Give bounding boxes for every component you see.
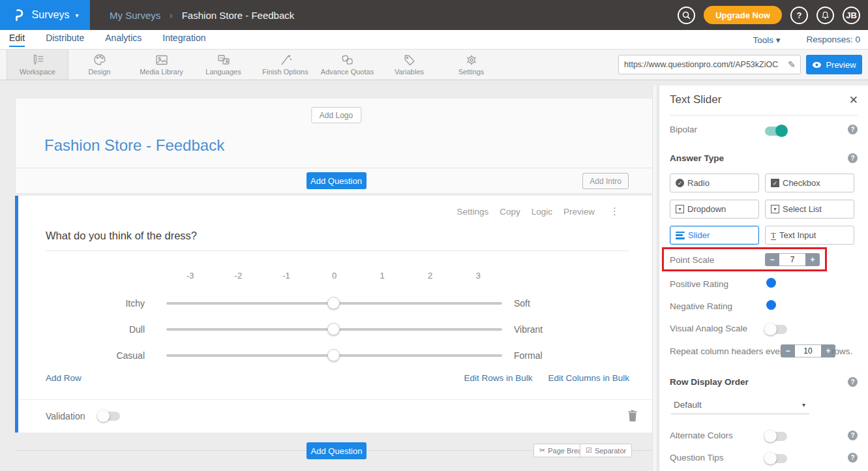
add-row-link[interactable]: Add Row (46, 373, 82, 383)
checkbox-icon: ✓ (771, 179, 779, 187)
toolbar-item-finish-options[interactable]: Finish Options (254, 50, 316, 80)
repeat-headers-label: Repeat column headers every (670, 346, 787, 356)
answer-type-select-list[interactable]: ▾ Select List (765, 200, 854, 219)
plus-button[interactable]: + (805, 253, 820, 266)
tools-dropdown[interactable]: Tools ▾ (753, 35, 780, 45)
answer-type-checkbox[interactable]: ✓ Checkbox (765, 174, 854, 192)
visual-analog-scale-label: Visual Analog Scale (670, 324, 747, 333)
negative-rating-label: Negative Rating (670, 301, 732, 311)
toolbar-item-media-library[interactable]: Media Library (130, 50, 192, 80)
breadcrumb-separator-icon: › (170, 10, 172, 20)
dropdown-icon: ▾ (676, 205, 684, 213)
row-display-order-dropdown[interactable]: Default ▾ (671, 400, 809, 414)
question-tips-help-icon[interactable]: ? (848, 453, 858, 463)
menu-bar: Edit Distribute Analytics Integration To… (0, 30, 868, 50)
survey-toolbar: Workspace Design Media Library Languages… (0, 50, 868, 80)
magic-wand-icon (278, 53, 293, 67)
survey-title[interactable]: Fashion Store - Feedback (44, 136, 224, 155)
delete-question-trash-icon[interactable] (627, 410, 638, 425)
validation-toggle[interactable] (98, 412, 120, 421)
slider-handle[interactable] (327, 349, 340, 361)
edit-url-pencil-icon[interactable]: ✎ (783, 59, 800, 70)
vertical-scrollbar[interactable] (652, 85, 657, 471)
toolbar-item-workspace[interactable]: Workspace (7, 50, 68, 80)
add-question-button-top[interactable]: Add Question (307, 172, 367, 189)
bipolar-toggle[interactable] (765, 127, 787, 136)
point-scale-stepper: − 7 + (765, 253, 820, 266)
breadcrumb-current: Fashion Store - Feedback (182, 10, 295, 21)
toolbar-item-variables[interactable]: Variables (378, 50, 440, 80)
question-settings-link[interactable]: Settings (456, 207, 488, 217)
minus-button[interactable]: − (781, 344, 795, 357)
upgrade-now-button[interactable]: Upgrade Now (704, 6, 782, 24)
add-question-button-bottom[interactable]: Add Question (307, 442, 367, 459)
checkbox-icon: ☑ (586, 446, 592, 455)
point-scale-value[interactable]: 7 (779, 253, 805, 266)
search-icon[interactable] (678, 7, 695, 24)
preview-button[interactable]: Preview (806, 55, 862, 74)
tab-integration[interactable]: Integration (162, 33, 205, 47)
survey-url-input[interactable] (619, 60, 783, 69)
responses-count[interactable]: Responses: 0 (806, 35, 860, 44)
question-logic-link[interactable]: Logic (531, 207, 552, 217)
question-kebab-menu-icon[interactable]: ⋮ (610, 205, 620, 217)
alternate-colors-toggle[interactable] (765, 432, 787, 441)
help-icon[interactable]: ? (790, 7, 808, 24)
edit-columns-in-bulk-link[interactable]: Edit Columns in Bulk (548, 373, 629, 383)
breadcrumb: My Surveys › Fashion Store - Feedback (110, 10, 294, 21)
repeat-headers-value[interactable]: 10 (795, 344, 821, 357)
toolbar-item-design[interactable]: Design (68, 50, 130, 80)
close-icon[interactable]: ✕ (849, 93, 858, 107)
slider-row-casual-formal: Casual Formal (18, 342, 657, 369)
breadcrumb-my-surveys[interactable]: My Surveys (110, 10, 160, 21)
question-preview-link[interactable]: Preview (563, 207, 595, 217)
positive-rating-indicator[interactable] (766, 278, 776, 288)
toolbar-item-settings[interactable]: Settings (440, 50, 502, 80)
radio-icon: ✓ (676, 179, 684, 187)
panel-title: Text Slider (670, 93, 721, 106)
validation-label: Validation (46, 400, 85, 433)
edit-rows-in-bulk-link[interactable]: Edit Rows in Bulk (464, 373, 532, 383)
negative-rating-indicator[interactable] (766, 300, 776, 310)
minus-button[interactable]: − (765, 253, 779, 266)
slider-handle[interactable] (327, 297, 340, 309)
survey-url-field: ✎ (618, 55, 801, 74)
slider-icon (676, 232, 685, 239)
alternate-colors-label: Alternate Colors (670, 431, 733, 440)
add-logo-button[interactable]: Add Logo (311, 107, 361, 123)
notifications-bell-icon[interactable] (816, 7, 834, 24)
point-scale-label: Point Scale (670, 255, 714, 265)
answer-type-text-input[interactable]: T Text Input (765, 226, 854, 245)
question-block: Settings Copy Logic Preview ⋮ What do yo… (15, 196, 657, 433)
question-text[interactable]: What do you think of the dress? (46, 230, 197, 242)
text-input-icon: T (771, 231, 776, 240)
question-tips-toggle[interactable] (765, 454, 787, 463)
row-left-label: Dull (40, 316, 145, 342)
text-slider-settings-panel: Text Slider ✕ Bipolar ? Answer Type ? ✓ … (659, 85, 868, 471)
tab-edit[interactable]: Edit (9, 33, 25, 47)
tab-analytics[interactable]: Analytics (105, 33, 142, 47)
separator-button[interactable]: ☑ Separator (580, 444, 632, 457)
panel-divider (670, 115, 858, 115)
visual-analog-scale-toggle[interactable] (765, 325, 787, 334)
toolbar-item-advance-quotas[interactable]: Advance Quotas (316, 50, 378, 80)
bipolar-label: Bipolar (670, 125, 697, 134)
tab-distribute[interactable]: Distribute (46, 33, 84, 47)
surveys-menu[interactable]: Surveys ▾ (0, 0, 90, 30)
slider-handle[interactable] (327, 323, 340, 335)
answer-type-help-icon[interactable]: ? (848, 153, 858, 163)
avatar[interactable]: JB (843, 7, 860, 24)
chain-links-icon (340, 53, 355, 67)
row-display-order-help-icon[interactable]: ? (848, 377, 858, 387)
row-right-label: Formal (514, 342, 543, 369)
answer-type-radio[interactable]: ✓ Radio (670, 174, 759, 192)
question-text-underline (46, 251, 629, 251)
alternate-colors-help-icon[interactable]: ? (848, 431, 858, 440)
bipolar-help-icon[interactable]: ? (848, 125, 858, 134)
toolbar-item-languages[interactable]: Languages (192, 50, 254, 80)
answer-type-slider[interactable]: Slider (670, 226, 759, 245)
add-intro-button[interactable]: Add Intro (582, 173, 629, 189)
question-copy-link[interactable]: Copy (500, 207, 520, 217)
chevron-down-icon: ▾ (75, 12, 78, 19)
answer-type-dropdown[interactable]: ▾ Dropdown (670, 200, 759, 219)
